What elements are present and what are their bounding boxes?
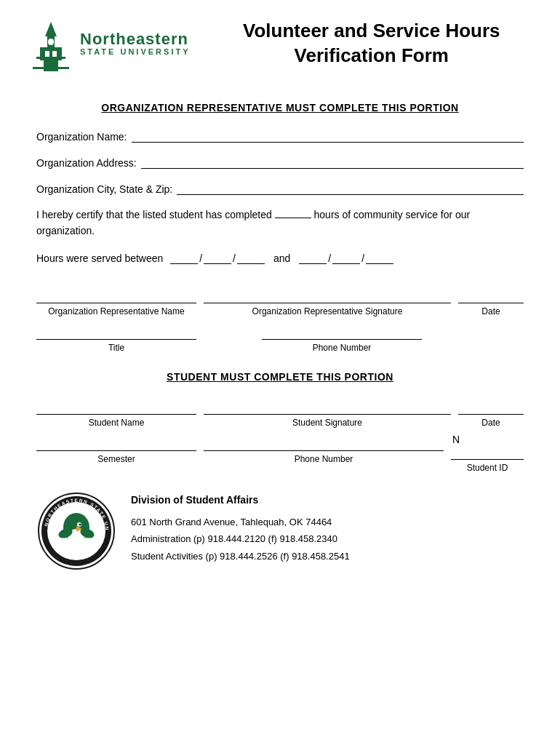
footer-division: Division of Student Affairs: [131, 491, 350, 509]
start-month[interactable]: [170, 250, 198, 264]
title-label: Title: [36, 343, 196, 353]
org-name-label: Organization Name:: [36, 131, 127, 143]
student-id-field: N Student ID: [451, 434, 524, 473]
org-city-row: Organization City, State & Zip:: [36, 180, 524, 195]
svg-point-16: [79, 523, 81, 525]
title-field: Title: [36, 322, 196, 353]
footer-address: 601 North Grand Avenue, Tahlequah, OK 74…: [131, 514, 350, 530]
semester-field: Semester: [36, 434, 196, 464]
dates-row: Hours were served between / / and / /: [36, 250, 524, 264]
footer-area: NORTHEASTERN STATE UNIV. STUDENT AFFAIRS…: [29, 491, 531, 571]
student-date-label: Date: [458, 418, 524, 428]
org-rep-name-line[interactable]: [36, 286, 196, 303]
end-day[interactable]: [332, 250, 360, 264]
org-sig-row: Organization Representative Name Organiz…: [36, 286, 524, 316]
svg-marker-3: [45, 22, 57, 36]
org-city-label: Organization City, State & Zip:: [36, 183, 172, 195]
org-rep-sig-label: Organization Representative Signature: [204, 306, 451, 316]
svg-rect-7: [36, 57, 65, 59]
student-id-label: Student ID: [451, 463, 524, 473]
footer-admin: Administration (p) 918.444.2120 (f) 918.…: [131, 530, 350, 547]
logo-northeastern: Northeastern: [80, 31, 191, 47]
svg-rect-8: [33, 67, 69, 69]
svg-rect-4: [45, 51, 49, 57]
org-phone-field: Phone Number: [262, 322, 422, 353]
semester-label: Semester: [36, 454, 196, 464]
footer-text: Division of Student Affairs 601 North Gr…: [131, 491, 350, 565]
student-section: STUDENT MUST COMPLETE THIS PORTION Stude…: [29, 371, 531, 473]
student-section-header: STUDENT MUST COMPLETE THIS PORTION: [36, 371, 524, 383]
student-sig-label: Student Signature: [204, 418, 451, 428]
student-id-line[interactable]: [451, 445, 524, 460]
org-city-line[interactable]: [177, 180, 524, 195]
student-name-label: Student Name: [36, 418, 196, 428]
org-phone-line[interactable]: [262, 322, 422, 340]
start-date-group: / /: [170, 250, 265, 264]
org-date-field: Date: [458, 286, 524, 316]
student-sig-line[interactable]: [204, 397, 451, 415]
semester-phone-row: Semester Phone Number N Student ID: [36, 434, 524, 473]
form-title: Volunteer and Service Hours Verification…: [212, 19, 532, 68]
org-rep-sig-line[interactable]: [204, 286, 451, 303]
svg-rect-5: [52, 51, 57, 57]
hours-between-label: Hours were served between: [36, 252, 163, 264]
org-rep-name-label: Organization Representative Name: [36, 306, 196, 316]
footer-activities: Student Activities (p) 918.444.2526 (f) …: [131, 548, 350, 565]
title-line[interactable]: [36, 322, 196, 340]
student-phone-field: Phone Number: [204, 434, 444, 464]
org-address-line[interactable]: [141, 154, 524, 169]
start-year[interactable]: [237, 250, 265, 264]
logo-text: Northeastern STATE UNIVERSITY: [80, 31, 191, 56]
student-phone-label: Phone Number: [204, 454, 444, 464]
org-rep-sig-field: Organization Representative Signature: [204, 286, 451, 316]
start-day[interactable]: [204, 250, 231, 264]
n-prefix: N: [451, 434, 524, 445]
student-name-field: Student Name: [36, 397, 196, 428]
hours-blank[interactable]: [275, 218, 311, 218]
semester-line[interactable]: [36, 434, 196, 451]
org-name-line[interactable]: [132, 128, 524, 143]
page-header: Northeastern STATE UNIVERSITY Volunteer …: [29, 15, 531, 80]
title-phone-row: Title Phone Number: [36, 322, 524, 353]
org-name-row: Organization Name:: [36, 128, 524, 143]
logo-area: Northeastern STATE UNIVERSITY: [29, 15, 191, 73]
student-sig-row: Student Name Student Signature Date: [36, 397, 524, 428]
student-name-line[interactable]: [36, 397, 196, 415]
org-phone-label: Phone Number: [262, 343, 422, 353]
nsu-tower-icon: [29, 15, 73, 73]
org-section: ORGANIZATION REPRESENTATIVE MUST COMPLET…: [29, 102, 531, 353]
logo-state-university: STATE UNIVERSITY: [80, 47, 191, 56]
student-affairs-logo-icon: NORTHEASTERN STATE UNIV. STUDENT AFFAIRS: [36, 491, 116, 571]
end-year[interactable]: [366, 250, 393, 264]
svg-rect-6: [48, 39, 54, 45]
org-address-label: Organization Address:: [36, 157, 137, 169]
org-section-header: ORGANIZATION REPRESENTATIVE MUST COMPLET…: [36, 102, 524, 113]
org-rep-name-field: Organization Representative Name: [36, 286, 196, 316]
certify-text: I hereby certify that the listed student…: [36, 207, 524, 239]
student-date-field: Date: [458, 397, 524, 428]
org-date-label: Date: [458, 306, 524, 316]
end-month[interactable]: [299, 250, 327, 264]
student-sig-field: Student Signature: [204, 397, 451, 428]
org-date-line[interactable]: [458, 286, 524, 303]
end-date-group: / /: [299, 250, 393, 264]
and-label: and: [273, 252, 290, 264]
student-phone-line[interactable]: [204, 434, 444, 451]
org-address-row: Organization Address:: [36, 154, 524, 169]
student-date-line[interactable]: [458, 397, 524, 415]
